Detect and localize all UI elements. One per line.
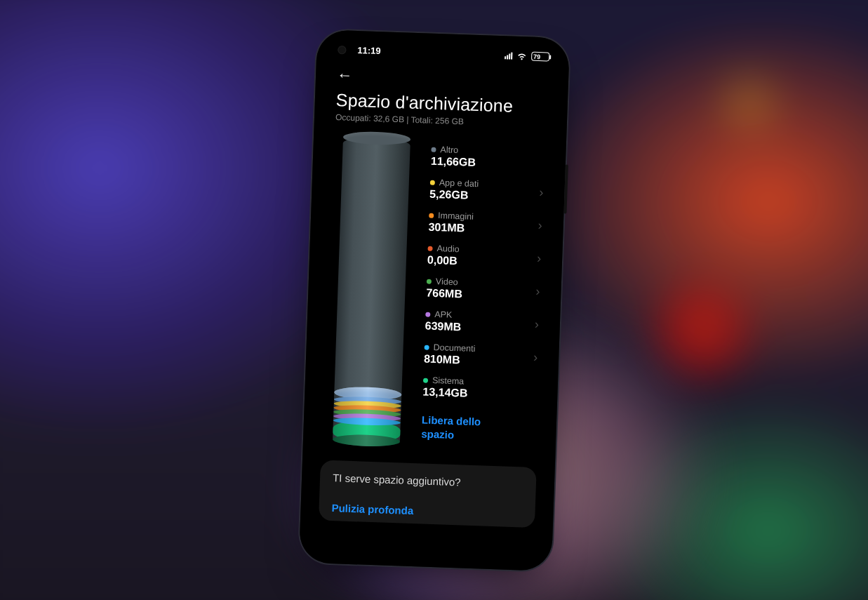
- signal-icon: [505, 51, 512, 58]
- legend-item-sistema: Sistema13,14GB: [422, 370, 537, 407]
- status-time: 11:19: [357, 44, 381, 55]
- storage-cylinder-chart: [323, 135, 418, 447]
- legend-item-apk[interactable]: APK639MB›: [425, 304, 540, 341]
- chevron-right-icon: ›: [536, 185, 544, 199]
- chevron-right-icon: ›: [530, 349, 538, 364]
- legend-item-altro: Altro11,66GB: [430, 139, 545, 176]
- punch-hole-camera: [338, 45, 346, 53]
- extra-space-title: TI serve spazio aggiuntivo?: [332, 472, 523, 490]
- legend-item-immagini[interactable]: Immagini301MB›: [428, 205, 543, 242]
- storage-legend: Altro11,66GBApp e dati5,26GB›Immagini301…: [420, 139, 545, 451]
- free-space-link[interactable]: Libera dello spazio: [421, 413, 499, 443]
- legend-item-app-e-dati[interactable]: App e dati5,26GB›: [429, 172, 544, 209]
- chevron-right-icon: ›: [533, 251, 541, 265]
- legend-dot-icon: [431, 147, 436, 152]
- legend-dot-icon: [425, 312, 430, 316]
- legend-item-documenti[interactable]: Documenti810MB›: [423, 337, 538, 374]
- chevron-right-icon: ›: [533, 284, 540, 298]
- legend-dot-icon: [422, 378, 427, 382]
- legend-dot-icon: [427, 246, 432, 251]
- legend-dot-icon: [429, 180, 434, 185]
- legend-dot-icon: [426, 279, 431, 284]
- legend-dot-icon: [429, 213, 434, 218]
- chevron-right-icon: ›: [535, 218, 542, 232]
- phone-frame: 11:19 79 ← Spazio d'archiviazione Occupa…: [298, 29, 569, 571]
- wifi-icon: [516, 51, 527, 60]
- status-right: 79: [505, 51, 549, 61]
- chevron-right-icon: ›: [531, 316, 539, 331]
- legend-item-audio[interactable]: Audio0,00B›: [427, 238, 542, 275]
- deep-clean-link[interactable]: Pulizia profonda: [331, 502, 522, 520]
- back-icon[interactable]: ←: [336, 65, 352, 84]
- battery-icon: 79: [530, 51, 549, 61]
- legend-item-video[interactable]: Video766MB›: [425, 271, 540, 308]
- extra-space-card[interactable]: TI serve spazio aggiuntivo? Pulizia prof…: [318, 460, 536, 528]
- legend-dot-icon: [424, 345, 429, 349]
- battery-level: 79: [533, 53, 540, 60]
- phone-screen: 11:19 79 ← Spazio d'archiviazione Occupa…: [306, 36, 563, 564]
